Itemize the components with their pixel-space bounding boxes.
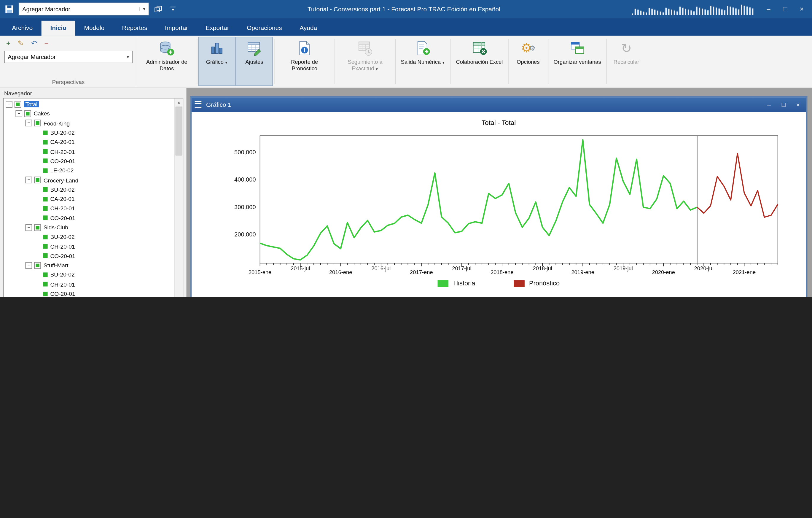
tree-item-label: CO-20-01 xyxy=(50,291,75,297)
chart-window-close-button[interactable]: × xyxy=(793,101,803,108)
adjustments-button[interactable]: Ajustes xyxy=(236,37,273,86)
tree-item-ca-20-01[interactable]: CA-20-01 xyxy=(4,194,175,204)
arrange-windows-button[interactable]: Organizar ventanas xyxy=(550,37,605,86)
edit-pencil-icon[interactable]: ✎ xyxy=(18,39,24,47)
tree-item-label: CH-20-01 xyxy=(50,243,75,250)
tree-indent xyxy=(35,130,41,135)
tree-item-bu-20-02[interactable]: BU-20-02 xyxy=(4,270,175,280)
tab-modelo[interactable]: Modelo xyxy=(75,21,113,36)
chevron-down-icon: ▼ xyxy=(375,67,378,70)
scroll-up-icon[interactable]: ▲ xyxy=(175,98,183,106)
tree-item-co-20-01[interactable]: CO-20-01 xyxy=(4,156,175,166)
options-button[interactable]: ⚙⚙Opciones xyxy=(510,37,547,86)
tree-item-cakes[interactable]: −Cakes xyxy=(4,109,175,118)
recalculate-button: ↻Recalcular xyxy=(608,37,645,86)
bookmark-combo[interactable]: Agregar Marcador ▼ xyxy=(19,3,149,16)
chart-window-minimize-button[interactable]: – xyxy=(764,101,774,108)
menu-tabbar: ArchivoInicioModeloReportesImportarExpor… xyxy=(0,18,812,36)
collapse-icon[interactable]: − xyxy=(26,262,32,269)
tree-item-le-20-02[interactable]: LE-20-02 xyxy=(4,166,175,175)
excel-table-icon xyxy=(471,39,487,57)
perspectives-combo[interactable]: Agregar Marcador ▼ xyxy=(4,51,133,63)
tab-operaciones[interactable]: Operaciones xyxy=(238,21,291,36)
collapse-icon[interactable]: − xyxy=(16,110,22,117)
data-manager-button[interactable]: Administrador de Datos xyxy=(138,37,196,86)
collapse-icon[interactable]: − xyxy=(26,176,32,183)
excel-collaboration-button[interactable]: Colaboración Excel xyxy=(452,37,507,86)
collapse-icon[interactable]: − xyxy=(26,120,32,127)
chart-button[interactable]: Gráfico▼ xyxy=(198,37,236,86)
forecast-report-label: Reporte de Pronóstico xyxy=(280,58,329,71)
toolbar-options-icon[interactable]: ▼ xyxy=(168,4,178,14)
bar-chart-icon xyxy=(210,39,224,57)
tree-item-ch-20-01[interactable]: CH-20-01 xyxy=(4,280,175,289)
tree-node-icon xyxy=(34,224,41,231)
excel-collaboration-label: Colaboración Excel xyxy=(456,58,503,65)
tree-node-icon xyxy=(43,291,48,296)
tab-importar[interactable]: Importar xyxy=(156,21,197,36)
svg-text:2018-ene: 2018-ene xyxy=(491,269,513,275)
tree-item-total[interactable]: −Total xyxy=(4,99,175,109)
tree-item-grocery-land[interactable]: −Grocery-Land xyxy=(4,175,175,185)
add-icon[interactable]: + xyxy=(6,39,10,47)
tree-indent xyxy=(35,253,41,259)
tree-item-co-20-01[interactable]: CO-20-01 xyxy=(4,213,175,223)
cascade-windows-icon[interactable] xyxy=(153,4,164,14)
tree-node-icon xyxy=(34,176,41,183)
svg-text:2019-jul: 2019-jul xyxy=(614,265,633,271)
tree-item-co-20-01[interactable]: CO-20-01 xyxy=(4,251,175,260)
ribbon-separator xyxy=(274,39,274,84)
tree-node-icon xyxy=(24,110,31,117)
scrollbar-thumb[interactable] xyxy=(176,107,182,155)
tree-item-ch-20-01[interactable]: CH-20-01 xyxy=(4,147,175,156)
chevron-down-icon: ▼ xyxy=(171,8,175,11)
tree-item-food-king[interactable]: −Food-King xyxy=(4,118,175,128)
forecast-report-button[interactable]: iReporte de Pronóstico xyxy=(276,37,334,86)
perspectives-combo-value: Agregar Marcador xyxy=(5,54,124,60)
svg-text:400,000: 400,000 xyxy=(234,176,256,183)
collapse-icon[interactable]: − xyxy=(26,224,32,231)
tree-node-icon xyxy=(34,120,41,127)
tree-item-bu-20-02[interactable]: BU-20-02 xyxy=(4,232,175,241)
numeric-output-button[interactable]: Salida Numérica▼ xyxy=(397,37,449,86)
tab-ayuda[interactable]: Ayuda xyxy=(291,21,326,36)
tree-item-stuff-mart[interactable]: −Stuff-Mart xyxy=(4,260,175,270)
tree-item-label: CO-20-01 xyxy=(50,253,75,259)
tree-item-bu-20-02[interactable]: BU-20-02 xyxy=(4,128,175,137)
tree-item-ch-20-01[interactable]: CH-20-01 xyxy=(4,204,175,213)
remove-icon[interactable]: − xyxy=(45,39,49,47)
tree-indent xyxy=(35,158,41,164)
undo-icon[interactable]: ↶ xyxy=(31,39,37,47)
navigator-label: Navegador xyxy=(0,88,186,98)
tree-item-bu-20-02[interactable]: BU-20-02 xyxy=(4,185,175,194)
tree-item-co-20-01[interactable]: CO-20-01 xyxy=(4,289,175,297)
tree-indent xyxy=(35,168,41,173)
tree-scrollbar[interactable]: ▲ ▼ xyxy=(174,98,183,297)
chart-window-maximize-button[interactable]: □ xyxy=(779,101,788,108)
tree-indent xyxy=(35,149,41,154)
window-menu-icon[interactable] xyxy=(195,101,202,108)
mdi-area: Gráfico 1 – □ × Total - Total 500,000400… xyxy=(186,88,812,297)
svg-text:2017-ene: 2017-ene xyxy=(410,269,433,275)
collapse-icon[interactable]: − xyxy=(6,101,12,108)
chart-title: Total - Total xyxy=(192,112,806,127)
minimize-button[interactable]: – xyxy=(761,3,776,16)
tree-indent xyxy=(35,291,41,297)
tree-item-ch-20-01[interactable]: CH-20-01 xyxy=(4,241,175,251)
bookmark-combo-value: Agregar Marcador xyxy=(19,6,139,12)
svg-text:2015-jul: 2015-jul xyxy=(291,265,310,271)
perspectives-label: Perspectivas xyxy=(0,79,137,85)
tab-inicio[interactable]: Inicio xyxy=(41,21,75,36)
chart-window-titlebar[interactable]: Gráfico 1 – □ × xyxy=(192,97,806,112)
tree-item-ca-20-01[interactable]: CA-20-01 xyxy=(4,137,175,147)
ribbon-separator xyxy=(450,39,451,84)
close-button[interactable]: × xyxy=(794,3,809,16)
tree-item-sids-club[interactable]: −Sids-Club xyxy=(4,223,175,232)
tree-node-icon xyxy=(43,159,48,164)
tab-archivo[interactable]: Archivo xyxy=(3,21,41,36)
maximize-button[interactable]: □ xyxy=(778,3,792,16)
tab-reportes[interactable]: Reportes xyxy=(113,21,156,36)
svg-text:2018-jul: 2018-jul xyxy=(533,265,552,271)
tab-exportar[interactable]: Exportar xyxy=(197,21,238,36)
tree-item-label: LE-20-02 xyxy=(50,167,74,174)
